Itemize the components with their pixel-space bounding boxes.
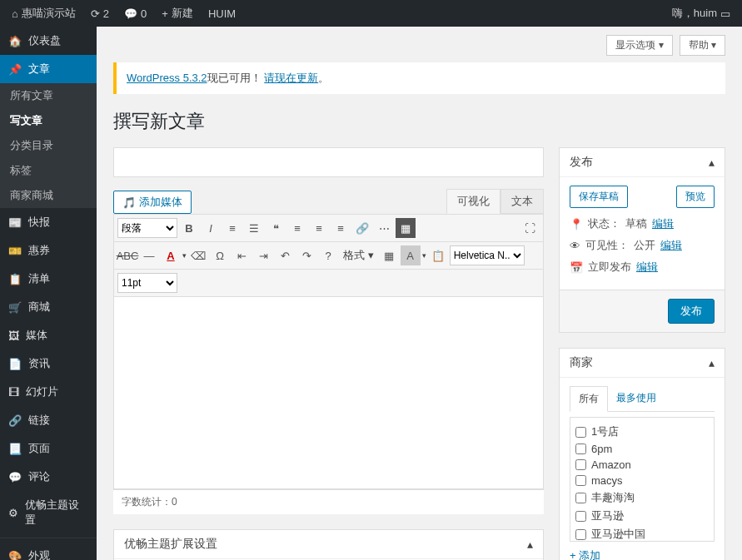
format-select[interactable]: 段落 (117, 218, 177, 238)
redo-button[interactable]: ↷ (296, 245, 316, 265)
align-right-button[interactable]: ≡ (331, 218, 351, 238)
outdent-button[interactable]: ⇤ (232, 245, 251, 265)
editor: 段落 B I ≡ ☰ ❝ ≡ ≡ ≡ 🔗 ⋯ ▦ ⛶ (113, 214, 544, 489)
page-title: 撰写新文章 (113, 109, 725, 134)
undo-button[interactable]: ↶ (275, 245, 295, 265)
merchant-item[interactable]: 6pm (575, 441, 709, 457)
edit-schedule-link[interactable]: 编辑 (636, 260, 658, 275)
number-list-button[interactable]: ☰ (244, 218, 264, 238)
menu-slides[interactable]: 🎞 幻灯片 (0, 378, 97, 406)
font-select[interactable]: Helvetica N... (450, 245, 525, 265)
font-size-select[interactable]: 11pt (117, 273, 177, 293)
quote-button[interactable]: ❝ (266, 218, 286, 238)
fullscreen-button[interactable]: ⛶ (520, 218, 540, 238)
merchant-list[interactable]: 1号店 6pm Amazon macys 丰趣海淘 亚马逊 亚马逊中国 京东 (570, 417, 715, 542)
menu-pages[interactable]: 📃 页面 (0, 434, 97, 463)
align-center-button[interactable]: ≡ (309, 218, 329, 238)
new-content-link[interactable]: + 新建 (157, 6, 198, 21)
indent-button[interactable]: ⇥ (253, 245, 273, 265)
merchant-tab-most[interactable]: 最多使用 (608, 386, 665, 411)
merchant-checkbox[interactable] (575, 529, 586, 540)
huim-link[interactable]: HUIM (203, 7, 241, 20)
calendar-icon: 📅 (570, 261, 583, 274)
merchant-header[interactable]: 商家▴ (560, 349, 725, 378)
merchant-checkbox[interactable] (575, 475, 586, 486)
admin-sidebar: 🏠 仪表盘 📌 文章 所有文章 写文章 分类目录 标签 商家商城 📰 快报 🎫 … (0, 27, 97, 560)
editor-body[interactable] (114, 297, 543, 488)
merchant-checkbox[interactable] (575, 493, 586, 503)
help-button[interactable]: 帮助 ▾ (680, 35, 725, 56)
merchant-checkbox[interactable] (575, 459, 586, 470)
menu-links[interactable]: 🔗 链接 (0, 406, 97, 434)
italic-button[interactable]: I (201, 218, 221, 238)
link-button[interactable]: 🔗 (352, 218, 372, 238)
clear-format-button[interactable]: ⌫ (188, 245, 208, 265)
merchant-checkbox[interactable] (575, 444, 586, 454)
paste-button[interactable]: 📋 (428, 245, 448, 265)
menu-mall2[interactable]: 🛒 商城 (0, 293, 97, 321)
submenu-tags[interactable]: 标签 (0, 158, 97, 183)
submenu-mall[interactable]: 商家商城 (0, 183, 97, 208)
strike-button[interactable]: ABC (117, 245, 137, 265)
merchant-checkbox[interactable] (575, 427, 586, 438)
menu-kuaibao[interactable]: 📰 快报 (0, 208, 97, 236)
site-link[interactable]: ⌂ 惠喵演示站 (7, 6, 81, 21)
toolbar-toggle-button[interactable]: ▦ (396, 218, 416, 238)
ext-panel-header[interactable]: 优畅主题扩展设置▴ (114, 530, 543, 559)
menu-comments[interactable]: 💬 评论 (0, 463, 97, 491)
help-icon-button[interactable]: ? (318, 245, 338, 265)
account-link[interactable]: 嗨，huim ▭ (667, 6, 735, 21)
menu-dashboard[interactable]: 🏠 仪表盘 (0, 27, 97, 55)
toggle-icon: ▴ (709, 356, 715, 369)
comments-link[interactable]: 💬 0 (119, 7, 152, 20)
tab-visual[interactable]: 可视化 (446, 189, 500, 214)
merchant-item[interactable]: macys (575, 473, 709, 488)
color-dropdown-icon[interactable]: ▾ (182, 251, 187, 260)
merchant-checkbox[interactable] (575, 511, 586, 522)
menu-media[interactable]: 🖼 媒体 (0, 321, 97, 349)
merchant-tab-all[interactable]: 所有 (570, 386, 608, 412)
updates-link[interactable]: ⟳ 2 (86, 7, 114, 20)
more-button[interactable]: ⋯ (374, 218, 394, 238)
menu-theme-settings[interactable]: ⚙ 优畅主题设置 (0, 491, 97, 534)
tab-text[interactable]: 文本 (500, 189, 544, 214)
screen-options-button[interactable]: 显示选项 ▾ (606, 35, 672, 56)
special-char-button[interactable]: Ω (210, 245, 230, 265)
submenu-all-posts[interactable]: 所有文章 (0, 83, 97, 108)
bg-color-button[interactable]: A (401, 245, 421, 265)
wp-version-link[interactable]: WordPress 5.3.2 (127, 72, 207, 84)
publish-header[interactable]: 发布▴ (560, 148, 725, 177)
pin-icon: 📍 (570, 218, 583, 230)
merchant-item[interactable]: Amazon (575, 457, 709, 473)
bullet-list-button[interactable]: ≡ (222, 218, 242, 238)
text-color-button[interactable]: A (161, 245, 181, 265)
publish-button[interactable]: 发布 (668, 299, 715, 324)
preview-button[interactable]: 预览 (676, 186, 715, 208)
hr-button[interactable]: — (139, 245, 159, 265)
main-content: 显示选项 ▾ 帮助 ▾ WordPress 5.3.2现已可用！ 请现在更新。 … (97, 27, 742, 560)
format2-select[interactable]: 格式 ▾ (340, 248, 377, 263)
update-now-link[interactable]: 请现在更新 (264, 72, 318, 84)
bold-button[interactable]: B (179, 218, 199, 238)
submenu-categories[interactable]: 分类目录 (0, 133, 97, 158)
toolbar-row-3: 11pt (114, 270, 543, 297)
merchant-item[interactable]: 亚马逊 (575, 507, 709, 525)
bg-color-dropdown-icon[interactable]: ▾ (422, 251, 426, 260)
menu-posts[interactable]: 📌 文章 (0, 55, 97, 83)
menu-coupon[interactable]: 🎫 惠券 (0, 236, 97, 265)
edit-status-link[interactable]: 编辑 (652, 216, 674, 231)
menu-list[interactable]: 📋 清单 (0, 265, 97, 293)
merchant-add-link[interactable]: + 添加 (570, 548, 715, 560)
align-left-button[interactable]: ≡ (287, 218, 307, 238)
merchant-item[interactable]: 丰趣海淘 (575, 488, 709, 507)
post-title-input[interactable] (113, 147, 544, 177)
merchant-item[interactable]: 亚马逊中国 (575, 525, 709, 542)
menu-appearance[interactable]: 🎨 外观 (0, 542, 97, 560)
save-draft-button[interactable]: 保存草稿 (570, 186, 628, 208)
add-media-button[interactable]: 🎵 添加媒体 (113, 191, 192, 214)
edit-visibility-link[interactable]: 编辑 (660, 238, 682, 253)
menu-news[interactable]: 📄 资讯 (0, 349, 97, 378)
submenu-new-post[interactable]: 写文章 (0, 108, 97, 133)
merchant-item[interactable]: 1号店 (575, 423, 709, 441)
table-button[interactable]: ▦ (379, 245, 399, 265)
